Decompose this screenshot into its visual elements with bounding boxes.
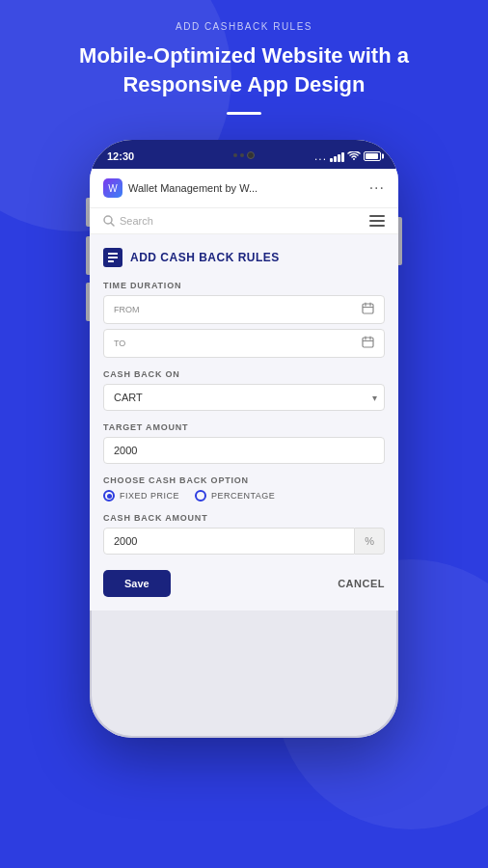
cash-back-amount-group: CASH BACK AMOUNT % <box>103 513 385 555</box>
from-field[interactable]: FROM <box>103 295 385 324</box>
radio-group: FIXED PRICE PERCENTAGE <box>103 490 385 502</box>
to-calendar-icon[interactable] <box>362 336 374 351</box>
time-duration-inputs: FROM TO <box>103 295 385 358</box>
battery-icon <box>364 151 381 161</box>
cashback-input-row: % <box>103 528 385 555</box>
power-button <box>398 217 402 265</box>
cash-back-on-group: CASH BACK ON CART PRODUCT CATEGORY ▾ <box>103 369 385 411</box>
svg-rect-4 <box>108 260 114 262</box>
choose-option-group: CHOOSE CASH BACK OPTION FIXED PRICE PERC… <box>103 475 385 502</box>
cancel-button[interactable]: CANCEL <box>338 578 385 589</box>
notch-dot-2 <box>240 153 244 157</box>
percentage-option[interactable]: PERCENTAGE <box>195 490 275 502</box>
app-bar: W Wallet Management by W... ··· <box>90 169 398 208</box>
target-amount-label: TARGET AMOUNT <box>103 422 385 432</box>
fixed-price-option[interactable]: FIXED PRICE <box>103 490 179 502</box>
header-subtitle: ADD CASHBACK RULES <box>0 21 488 32</box>
status-time: 12:30 <box>107 150 134 162</box>
notch <box>233 151 255 159</box>
app-more-button[interactable]: ··· <box>369 179 385 197</box>
svg-line-1 <box>111 223 114 226</box>
to-label: TO <box>114 339 125 348</box>
section-title-row: ADD CASH BACK RULES <box>103 248 385 267</box>
svg-rect-9 <box>363 338 373 347</box>
cash-back-on-select-wrapper: CART PRODUCT CATEGORY ▾ <box>103 384 385 411</box>
search-input-area[interactable]: Search <box>103 215 369 227</box>
section-icon <box>103 248 122 267</box>
fixed-price-label: FIXED PRICE <box>120 491 179 501</box>
phone-frame: 12:30 ... <box>90 140 398 738</box>
from-calendar-icon[interactable] <box>362 302 374 317</box>
signal-icon <box>330 150 344 162</box>
list-icon <box>107 252 119 263</box>
status-bar: 12:30 ... <box>90 140 398 169</box>
status-extra-dots: ... <box>314 149 327 163</box>
phone-container: 12:30 ... <box>90 130 398 738</box>
search-bar: Search <box>90 208 398 234</box>
target-amount-input[interactable] <box>103 437 385 464</box>
svg-rect-5 <box>363 304 373 313</box>
cashback-amount-input[interactable] <box>103 528 355 555</box>
choose-option-label: CHOOSE CASH BACK OPTION <box>103 475 385 485</box>
app-title: Wallet Management by W... <box>128 182 258 194</box>
header-divider <box>227 112 261 115</box>
app-icon-inner: W <box>108 183 117 194</box>
search-icon <box>103 215 115 227</box>
wifi-icon <box>347 151 361 161</box>
percentage-radio[interactable] <box>195 490 206 502</box>
notch-camera <box>247 151 255 159</box>
cash-back-on-label: CASH BACK ON <box>103 369 385 379</box>
fixed-price-radio[interactable] <box>103 490 115 502</box>
status-icons: ... <box>314 149 381 163</box>
save-button[interactable]: Save <box>103 570 171 597</box>
time-duration-group: TIME DURATION FROM <box>103 281 385 358</box>
header-title: Mobile-Optimized Website with a Responsi… <box>0 41 488 98</box>
svg-rect-3 <box>108 257 118 258</box>
main-content: ADD CASH BACK RULES TIME DURATION FROM <box>90 234 398 610</box>
target-amount-group: TARGET AMOUNT <box>103 422 385 464</box>
percentage-label: PERCENTAGE <box>211 491 275 501</box>
to-field[interactable]: TO <box>103 329 385 358</box>
cash-back-on-select[interactable]: CART PRODUCT CATEGORY <box>103 384 385 411</box>
search-placeholder: Search <box>120 215 153 227</box>
time-duration-label: TIME DURATION <box>103 281 385 290</box>
app-icon: W <box>103 178 122 198</box>
hamburger-menu-icon[interactable] <box>369 215 385 227</box>
app-bar-left: W Wallet Management by W... <box>103 178 258 198</box>
header-area: ADD CASHBACK RULES Mobile-Optimized Webs… <box>0 0 488 130</box>
cash-back-amount-label: CASH BACK AMOUNT <box>103 513 385 523</box>
button-row: Save CANCEL <box>103 570 385 597</box>
percent-badge: % <box>355 528 385 555</box>
notch-dot-1 <box>233 153 237 157</box>
svg-rect-2 <box>108 253 118 255</box>
section-title: ADD CASH BACK RULES <box>130 251 280 264</box>
from-label: FROM <box>114 305 140 314</box>
